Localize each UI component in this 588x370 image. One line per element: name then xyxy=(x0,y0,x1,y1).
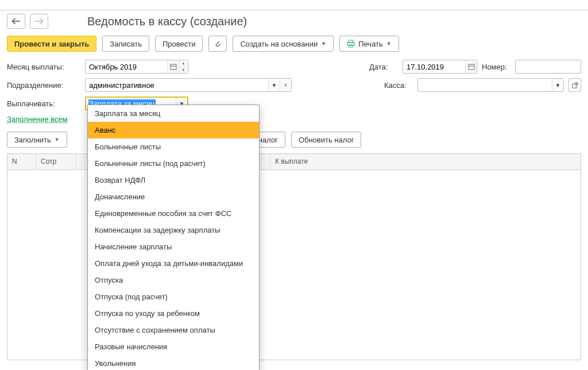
cash-input[interactable] xyxy=(418,79,552,91)
date-input[interactable] xyxy=(403,60,465,73)
post-and-close-button[interactable]: Провести и закрыть xyxy=(7,36,96,52)
month-spinner[interactable]: ▲ ▼ xyxy=(179,60,188,73)
number-field[interactable] xyxy=(515,60,581,74)
column-payout[interactable]: К выплате xyxy=(270,154,581,169)
dropdown-item[interactable]: Отпуска по уходу за ребенком xyxy=(88,305,259,322)
svg-rect-5 xyxy=(469,64,474,70)
clear-icon[interactable]: × xyxy=(280,79,291,91)
calendar-icon[interactable] xyxy=(167,60,179,73)
column-employee[interactable]: Сотр xyxy=(36,154,76,169)
dropdown-item[interactable]: Оплата дней ухода за детьми-инвалидами xyxy=(88,255,259,272)
cash-field[interactable]: ▼ xyxy=(417,78,564,92)
date-field[interactable] xyxy=(403,60,477,74)
dropdown-item[interactable]: Возврат НДФЛ xyxy=(88,172,259,188)
back-button[interactable] xyxy=(7,14,25,29)
dropdown-item[interactable]: Начисление зарплаты xyxy=(88,238,259,255)
date-label: Дата: xyxy=(369,63,398,71)
month-input[interactable] xyxy=(86,60,167,73)
calendar-icon[interactable] xyxy=(465,60,477,73)
dropdown-item[interactable]: Отпуска (под расчет) xyxy=(88,288,259,305)
dept-field[interactable]: ▼ × xyxy=(85,78,292,92)
printer-icon xyxy=(347,40,355,48)
dept-input[interactable] xyxy=(86,79,268,91)
main-toolbar: Провести и закрыть Записать Провести Соз… xyxy=(0,32,588,60)
dropdown-item[interactable]: Больничные листы (под расчет) xyxy=(88,155,259,172)
spinner-down-icon[interactable]: ▼ xyxy=(179,67,188,74)
month-label: Месяц выплаты: xyxy=(7,63,80,71)
open-link-icon[interactable] xyxy=(568,78,581,92)
dropdown-item[interactable]: Больничные листы xyxy=(88,138,259,155)
fill-button[interactable]: Заполнить ▼ xyxy=(7,132,67,148)
pay-label: Выплачивать: xyxy=(7,99,80,108)
attach-button[interactable] xyxy=(208,36,227,52)
chevron-down-icon: ▼ xyxy=(386,41,392,47)
number-input[interactable] xyxy=(516,60,581,73)
spinner-up-icon[interactable]: ▲ xyxy=(179,60,188,67)
page-title: Ведомость в кассу (создание) xyxy=(87,15,247,28)
svg-rect-3 xyxy=(171,64,176,70)
month-field[interactable]: ▲ ▼ xyxy=(85,60,188,74)
dropdown-item[interactable]: Увольнения xyxy=(88,355,259,360)
cash-label: Касса: xyxy=(384,81,413,90)
column-n[interactable]: N xyxy=(7,154,36,169)
dropdown-item[interactable]: Аванс xyxy=(88,122,259,138)
number-label: Номер: xyxy=(482,63,510,71)
update-tax-button[interactable]: Обновить налог xyxy=(291,132,362,148)
nav-row: Ведомость в кассу (создание) xyxy=(0,10,588,32)
dropdown-item[interactable]: Отсутствие с сохранением оплаты xyxy=(88,322,259,338)
dept-label: Подразделение: xyxy=(7,81,80,90)
dropdown-item[interactable]: Доначисление xyxy=(88,188,259,205)
dropdown-item[interactable]: Компенсации за задержку зарплаты xyxy=(88,222,259,238)
print-button[interactable]: Печать ▼ xyxy=(339,36,399,52)
chevron-down-icon[interactable]: ▼ xyxy=(552,79,563,91)
window-topbar xyxy=(0,0,588,10)
pay-dropdown[interactable]: Зарплата за месяцАвансБольничные листыБо… xyxy=(87,105,260,360)
dropdown-item[interactable]: Единовременные пособия за счет ФСС xyxy=(88,205,259,222)
post-button[interactable]: Провести xyxy=(155,36,203,52)
dropdown-item[interactable]: Разовые начисления xyxy=(88,338,259,355)
chevron-down-icon: ▼ xyxy=(321,41,326,47)
fill-all-link[interactable]: Заполнение всем xyxy=(7,115,68,124)
create-based-on-button[interactable]: Создать на основании ▼ xyxy=(233,36,334,52)
forward-button[interactable] xyxy=(30,14,48,29)
chevron-down-icon[interactable]: ▼ xyxy=(268,79,280,91)
write-button[interactable]: Записать xyxy=(102,36,149,52)
svg-rect-0 xyxy=(349,40,353,43)
paperclip-icon xyxy=(214,40,222,48)
dropdown-item[interactable]: Зарплата за месяц xyxy=(88,105,259,122)
chevron-down-icon: ▼ xyxy=(55,137,60,142)
dropdown-item[interactable]: Отпуска xyxy=(88,272,259,288)
